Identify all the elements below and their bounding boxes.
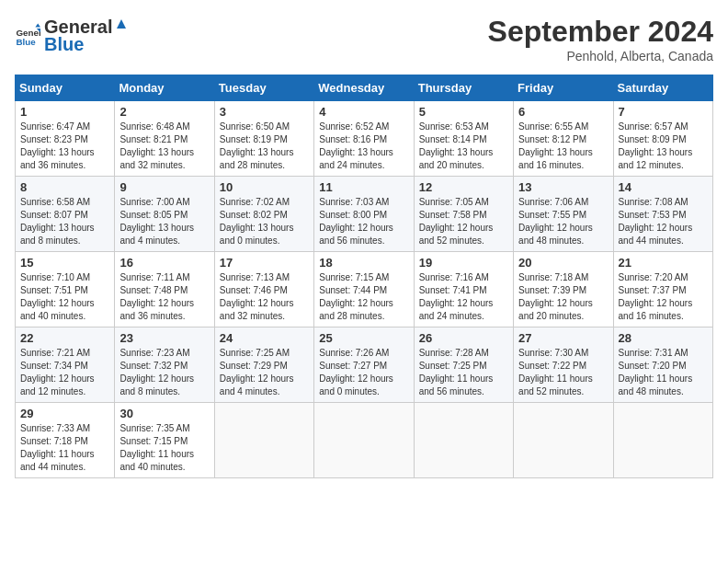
calendar-day-cell: 3Sunrise: 6:50 AM Sunset: 8:19 PM Daylig… [214, 101, 313, 177]
page-header: General Blue General Blue September 2024… [15, 15, 713, 63]
calendar-day-cell [414, 403, 513, 478]
day-number: 22 [20, 331, 109, 345]
logo-icon: General Blue [15, 22, 40, 48]
day-info: Sunrise: 7:13 AM Sunset: 7:46 PM Dayligh… [220, 271, 309, 323]
day-info: Sunrise: 7:15 AM Sunset: 7:44 PM Dayligh… [319, 271, 408, 323]
day-number: 7 [619, 105, 708, 119]
day-info: Sunrise: 6:58 AM Sunset: 8:07 PM Dayligh… [20, 196, 109, 247]
day-number: 12 [419, 180, 508, 194]
calendar-day-cell: 7Sunrise: 6:57 AM Sunset: 8:09 PM Daylig… [613, 101, 712, 177]
day-number: 11 [319, 180, 408, 194]
calendar-day-cell: 24Sunrise: 7:25 AM Sunset: 7:29 PM Dayli… [214, 327, 313, 403]
calendar-day-cell: 23Sunrise: 7:23 AM Sunset: 7:32 PM Dayli… [115, 327, 214, 403]
calendar-day-cell: 15Sunrise: 7:10 AM Sunset: 7:51 PM Dayli… [16, 252, 115, 327]
calendar-day-cell: 4Sunrise: 6:52 AM Sunset: 8:16 PM Daylig… [314, 101, 414, 177]
calendar-day-cell: 8Sunrise: 6:58 AM Sunset: 8:07 PM Daylig… [16, 177, 115, 252]
calendar-week-row: 8Sunrise: 6:58 AM Sunset: 8:07 PM Daylig… [16, 177, 713, 252]
calendar-week-row: 22Sunrise: 7:21 AM Sunset: 7:34 PM Dayli… [16, 327, 713, 403]
day-info: Sunrise: 6:55 AM Sunset: 8:12 PM Dayligh… [518, 121, 608, 172]
day-number: 30 [119, 407, 209, 420]
day-info: Sunrise: 7:16 AM Sunset: 7:41 PM Dayligh… [419, 271, 508, 323]
day-number: 19 [419, 256, 508, 270]
calendar-col-header: Thursday [414, 75, 513, 101]
logo: General Blue General Blue [15, 15, 131, 55]
day-number: 28 [619, 331, 708, 345]
calendar-day-cell: 20Sunrise: 7:18 AM Sunset: 7:39 PM Dayli… [514, 252, 613, 327]
calendar-day-cell: 28Sunrise: 7:31 AM Sunset: 7:20 PM Dayli… [613, 327, 712, 403]
day-info: Sunrise: 6:53 AM Sunset: 8:14 PM Dayligh… [419, 121, 508, 172]
day-info: Sunrise: 7:26 AM Sunset: 7:27 PM Dayligh… [319, 347, 408, 398]
day-info: Sunrise: 7:08 AM Sunset: 7:53 PM Dayligh… [619, 196, 708, 247]
calendar-header: SundayMondayTuesdayWednesdayThursdayFrid… [16, 75, 713, 101]
calendar-body: 1Sunrise: 6:47 AM Sunset: 8:23 PM Daylig… [16, 101, 713, 478]
day-number: 17 [220, 256, 309, 270]
day-number: 21 [619, 256, 708, 270]
day-number: 29 [20, 407, 109, 420]
day-number: 15 [20, 256, 109, 270]
day-info: Sunrise: 7:20 AM Sunset: 7:37 PM Dayligh… [619, 271, 708, 323]
calendar-day-cell: 25Sunrise: 7:26 AM Sunset: 7:27 PM Dayli… [314, 327, 414, 403]
calendar-col-header: Friday [514, 75, 613, 101]
month-year-title: September 2024 [488, 15, 713, 49]
day-info: Sunrise: 7:18 AM Sunset: 7:39 PM Dayligh… [518, 271, 608, 323]
day-number: 3 [220, 105, 309, 119]
day-number: 23 [119, 331, 209, 345]
day-number: 4 [319, 105, 408, 119]
day-info: Sunrise: 7:00 AM Sunset: 8:05 PM Dayligh… [119, 196, 209, 247]
day-info: Sunrise: 7:35 AM Sunset: 7:15 PM Dayligh… [119, 422, 209, 474]
day-info: Sunrise: 7:21 AM Sunset: 7:34 PM Dayligh… [20, 347, 109, 398]
day-number: 18 [319, 256, 408, 270]
day-number: 9 [119, 180, 209, 194]
day-info: Sunrise: 6:47 AM Sunset: 8:23 PM Dayligh… [20, 121, 109, 172]
title-block: September 2024 Penhold, Alberta, Canada [488, 15, 713, 63]
calendar-day-cell: 29Sunrise: 7:33 AM Sunset: 7:18 PM Dayli… [16, 403, 115, 478]
calendar-day-cell [613, 403, 712, 478]
day-number: 5 [419, 105, 508, 119]
calendar-day-cell: 18Sunrise: 7:15 AM Sunset: 7:44 PM Dayli… [314, 252, 414, 327]
day-info: Sunrise: 6:48 AM Sunset: 8:21 PM Dayligh… [119, 121, 209, 172]
day-info: Sunrise: 6:57 AM Sunset: 8:09 PM Dayligh… [619, 121, 708, 172]
calendar-week-row: 1Sunrise: 6:47 AM Sunset: 8:23 PM Daylig… [16, 101, 713, 177]
day-number: 10 [220, 180, 309, 194]
calendar-day-cell: 1Sunrise: 6:47 AM Sunset: 8:23 PM Daylig… [16, 101, 115, 177]
calendar-table: SundayMondayTuesdayWednesdayThursdayFrid… [15, 75, 713, 478]
day-number: 27 [518, 331, 608, 345]
day-info: Sunrise: 7:33 AM Sunset: 7:18 PM Dayligh… [20, 422, 109, 474]
day-info: Sunrise: 7:31 AM Sunset: 7:20 PM Dayligh… [619, 347, 708, 398]
calendar-day-cell: 26Sunrise: 7:28 AM Sunset: 7:25 PM Dayli… [414, 327, 513, 403]
calendar-col-header: Tuesday [214, 75, 313, 101]
calendar-day-cell: 9Sunrise: 7:00 AM Sunset: 8:05 PM Daylig… [115, 177, 214, 252]
day-number: 13 [518, 180, 608, 194]
day-info: Sunrise: 7:11 AM Sunset: 7:48 PM Dayligh… [119, 271, 209, 323]
calendar-day-cell: 21Sunrise: 7:20 AM Sunset: 7:37 PM Dayli… [613, 252, 712, 327]
calendar-day-cell [314, 403, 414, 478]
day-number: 14 [619, 180, 708, 194]
calendar-day-cell: 19Sunrise: 7:16 AM Sunset: 7:41 PM Dayli… [414, 252, 513, 327]
location-subtitle: Penhold, Alberta, Canada [488, 49, 713, 63]
day-number: 1 [20, 105, 109, 119]
calendar-day-cell: 17Sunrise: 7:13 AM Sunset: 7:46 PM Dayli… [214, 252, 313, 327]
day-info: Sunrise: 7:30 AM Sunset: 7:22 PM Dayligh… [518, 347, 608, 398]
day-number: 24 [220, 331, 309, 345]
calendar-day-cell: 27Sunrise: 7:30 AM Sunset: 7:22 PM Dayli… [514, 327, 613, 403]
day-number: 25 [319, 331, 408, 345]
day-number: 16 [119, 256, 209, 270]
day-info: Sunrise: 6:52 AM Sunset: 8:16 PM Dayligh… [319, 121, 408, 172]
day-number: 8 [20, 180, 109, 194]
day-info: Sunrise: 7:10 AM Sunset: 7:51 PM Dayligh… [20, 271, 109, 323]
day-number: 20 [518, 256, 608, 270]
calendar-col-header: Wednesday [314, 75, 414, 101]
day-info: Sunrise: 7:03 AM Sunset: 8:00 PM Dayligh… [319, 196, 408, 247]
calendar-day-cell: 14Sunrise: 7:08 AM Sunset: 7:53 PM Dayli… [613, 177, 712, 252]
calendar-day-cell: 11Sunrise: 7:03 AM Sunset: 8:00 PM Dayli… [314, 177, 414, 252]
day-info: Sunrise: 7:25 AM Sunset: 7:29 PM Dayligh… [220, 347, 309, 398]
day-number: 2 [119, 105, 209, 119]
calendar-day-cell: 30Sunrise: 7:35 AM Sunset: 7:15 PM Dayli… [115, 403, 214, 478]
calendar-col-header: Saturday [613, 75, 712, 101]
svg-marker-4 [117, 19, 126, 29]
calendar-week-row: 29Sunrise: 7:33 AM Sunset: 7:18 PM Dayli… [16, 403, 713, 478]
calendar-day-cell: 22Sunrise: 7:21 AM Sunset: 7:34 PM Dayli… [16, 327, 115, 403]
calendar-day-cell [514, 403, 613, 478]
calendar-day-cell: 6Sunrise: 6:55 AM Sunset: 8:12 PM Daylig… [514, 101, 613, 177]
day-number: 6 [518, 105, 608, 119]
